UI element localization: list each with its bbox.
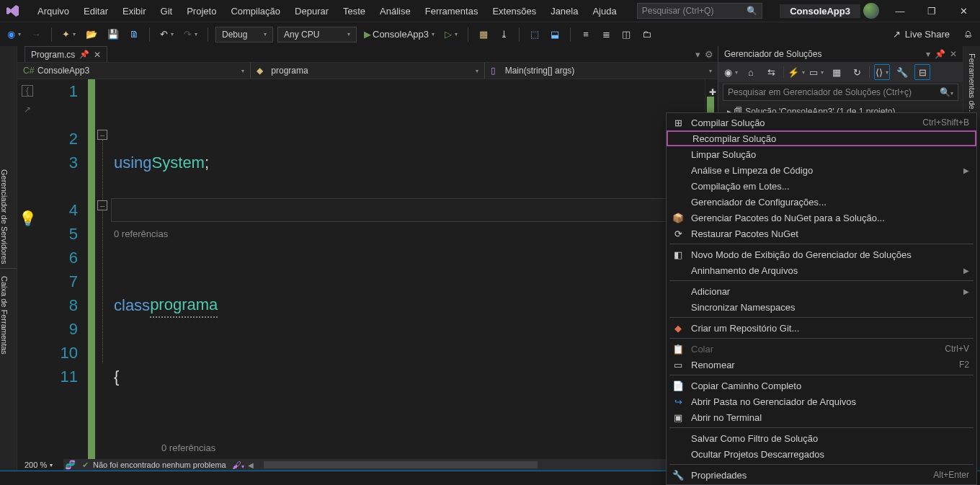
ctx-salvar-como-filtro-de-solu-o[interactable]: Salvar Como Filtro de Solução — [667, 430, 976, 446]
tb-icon8[interactable]: 🗀 — [638, 27, 654, 43]
ctx-copiar-caminho-completo[interactable]: 📄Copiar Caminho Completo — [667, 378, 976, 393]
fold-toggle-icon[interactable]: – — [97, 130, 107, 140]
open-folder-button[interactable]: 📂 — [83, 27, 100, 43]
outline-icon[interactable]: { — [22, 85, 33, 97]
menu-analise[interactable]: Análise — [373, 1, 418, 21]
pin-icon[interactable]: 📌 — [79, 50, 89, 59]
tb-icon3[interactable]: ⬚ — [527, 27, 543, 43]
soln-wrench-icon[interactable]: 🔧 — [894, 64, 910, 80]
ctx-ocultar-projetos-descarregados[interactable]: Ocultar Projetos Descarregados — [667, 446, 976, 462]
new-item-button[interactable]: ✦▾ — [59, 27, 79, 43]
ctx-gerenciar-pacotes-do-nuget-para-a-solu-o[interactable]: 📦Gerenciar Pacotes do NuGet para a Soluç… — [667, 210, 976, 226]
ctx-sincronizar-namespaces[interactable]: Sincronizar Namespaces — [667, 299, 976, 315]
server-explorer-tab[interactable]: Gerenciador de Servidores — [0, 162, 17, 264]
toolbox-tab[interactable]: Caixa de Ferramentas — [0, 268, 17, 355]
menu-git[interactable]: Git — [153, 1, 180, 21]
nav-project[interactable]: C# ConsoleApp3▾ — [17, 63, 251, 79]
soln-close-icon[interactable]: ✕ — [950, 49, 957, 59]
tabs-gear-icon[interactable]: ⚙ — [705, 49, 713, 60]
h-scrollbar[interactable] — [257, 459, 706, 471]
menu-compilacao[interactable]: Compilação — [223, 1, 288, 21]
soln-showall-icon[interactable]: ▦ — [829, 64, 845, 80]
live-share-button[interactable]: ↗ Live Share — [887, 29, 956, 40]
close-button[interactable]: ✕ — [953, 3, 974, 19]
redo-button[interactable]: ↷▾ — [181, 27, 200, 43]
brush-icon[interactable]: 🖌▾ — [232, 460, 245, 471]
menu-editar[interactable]: Editar — [76, 1, 115, 21]
tb-icon7[interactable]: ◫ — [618, 27, 634, 43]
global-search-input[interactable]: Pesquisar (Ctrl+Q) 🔍 — [637, 3, 763, 19]
soln-dropdown-icon[interactable]: ▾ — [926, 49, 930, 59]
nav-class[interactable]: ◆ programa▾ — [251, 63, 484, 79]
feedback-icon[interactable]: 🕭 — [960, 27, 976, 43]
soln-sync-icon[interactable]: ⇆ — [763, 64, 779, 80]
soln-pin-icon[interactable]: 📌 — [935, 49, 945, 59]
tabs-dropdown-icon[interactable]: ▾ — [695, 49, 700, 60]
save-all-button[interactable]: 🗎 — [126, 27, 142, 43]
ctx-recompilar-solu-o[interactable]: Recompilar Solução — [667, 130, 976, 146]
soln-bolt-icon[interactable]: ⚡▾ — [788, 64, 804, 80]
method-icon: ▯ — [491, 66, 501, 76]
soln-filter-icon[interactable]: ▭▾ — [808, 64, 824, 80]
codelens-refs[interactable]: 0 referências — [114, 222, 705, 246]
outline-arrow-icon[interactable]: ↗ — [24, 98, 31, 122]
nav-back-button[interactable]: ◉▾ — [4, 27, 24, 43]
config-combo[interactable]: Debug▾ — [215, 27, 273, 43]
start-debug-button[interactable]: ▶ ConsoleApp3▾ — [361, 27, 437, 43]
ctx-compila-o-em-lotes[interactable]: Compilação em Lotes... — [667, 178, 976, 194]
tb-icon4[interactable]: ⬓ — [547, 27, 563, 43]
ctx-aninhamento-de-arquivos[interactable]: Aninhamento de Arquivos▶ — [667, 262, 976, 278]
menu-depurar[interactable]: Depurar — [288, 1, 336, 21]
health-message[interactable]: ✔Não foi encontrado nenhum problema — [76, 460, 232, 470]
avatar[interactable] — [863, 3, 879, 19]
save-button[interactable]: 💾 — [104, 27, 122, 43]
menu-teste[interactable]: Teste — [336, 1, 373, 21]
ctx-abrir-pasta-no-gerenciador-de-arquivos[interactable]: ↪Abrir Pasta no Gerenciador de Arquivos — [667, 393, 976, 409]
close-tab-icon[interactable]: ✕ — [94, 50, 101, 60]
codelens-refs[interactable]: 0 referências — [114, 436, 705, 459]
minimize-button[interactable]: ― — [889, 3, 911, 19]
lightbulb-icon[interactable]: 💡 — [19, 207, 37, 231]
soln-home-icon[interactable]: ⌂ — [743, 64, 759, 80]
menu-janela[interactable]: Janela — [543, 1, 585, 21]
file-tab-program[interactable]: Program.cs 📌 ✕ — [24, 46, 107, 62]
zoom-combo[interactable]: 200 %▾ — [17, 459, 63, 471]
ctx-criar-um-reposit-rio-git[interactable]: ◆Criar um Repositório Git... — [667, 320, 976, 336]
nav-fwd-button[interactable]: → — [28, 27, 44, 43]
tb-icon2[interactable]: ⤓ — [496, 27, 512, 43]
menu-extensoes[interactable]: Extensões — [485, 1, 543, 21]
tb-icon6[interactable]: ≣ — [598, 27, 614, 43]
ctx-gerenciador-de-configura-es[interactable]: Gerenciador de Configurações... — [667, 194, 976, 210]
soln-back-icon[interactable]: ◉▾ — [723, 64, 739, 80]
maximize-button[interactable]: ❐ — [921, 3, 943, 19]
menu-exibir[interactable]: Exibir — [115, 1, 153, 21]
ctx-propriedades[interactable]: 🔧PropriedadesAlt+Enter — [667, 467, 976, 483]
tb-icon5[interactable]: ≡ — [578, 27, 594, 43]
soln-search-input[interactable]: Pesquisar em Gerenciador de Soluções (Ct… — [723, 84, 958, 101]
soln-view-icon[interactable]: ⟨⟩▾ — [874, 64, 890, 80]
scroll-left-icon[interactable]: ◀ — [245, 461, 257, 469]
ctx-an-lise-e-limpeza-de-c-digo[interactable]: Análise e Limpeza de Código▶ — [667, 162, 976, 178]
nav-method[interactable]: ▯ Main(string[] args)▾ — [485, 63, 718, 79]
soln-refresh-icon[interactable]: ↻ — [849, 64, 865, 80]
ctx-renomear[interactable]: ▭RenomearF2 — [667, 357, 976, 373]
menu-ajuda[interactable]: Ajuda — [585, 1, 623, 21]
ctx-adicionar[interactable]: Adicionar▶ — [667, 283, 976, 299]
menu-projeto[interactable]: Projeto — [179, 1, 223, 21]
ctx-limpar-solu-o[interactable]: Limpar Solução — [667, 146, 976, 162]
fold-toggle-icon[interactable]: – — [97, 200, 107, 210]
start-nodap-button[interactable]: ▷▾ — [442, 27, 460, 43]
tb-icon1[interactable]: ▦ — [476, 27, 491, 43]
soln-collapse-icon[interactable]: ⊟ — [914, 64, 930, 80]
undo-button[interactable]: ↶▾ — [157, 27, 177, 43]
menu-arquivo[interactable]: Arquivo — [30, 1, 76, 21]
code-editor[interactable]: { ↗ 💡 1 2 3 4 5 6 7 8 9 10 11 – — [17, 79, 718, 459]
ctx-abrir-no-terminal[interactable]: ▣Abrir no Terminal — [667, 409, 976, 425]
ctx-restaurar-pacotes-nuget[interactable]: ⟳Restaurar Pacotes NuGet — [667, 226, 976, 241]
menu-ferramentas[interactable]: Ferramentas — [418, 1, 486, 21]
ctx-novo-modo-de-exibi-o-do-gerenciador-de-solu-es[interactable]: ◧Novo Modo de Exibição do Gerenciador de… — [667, 246, 976, 262]
health-indicator-icon[interactable]: 🧬 — [63, 460, 76, 470]
platform-combo[interactable]: Any CPU▾ — [277, 27, 357, 43]
ctx-compilar-solu-o[interactable]: ⊞Compilar SoluçãoCtrl+Shift+B — [667, 115, 976, 130]
fold-column[interactable]: – – — [95, 79, 111, 459]
